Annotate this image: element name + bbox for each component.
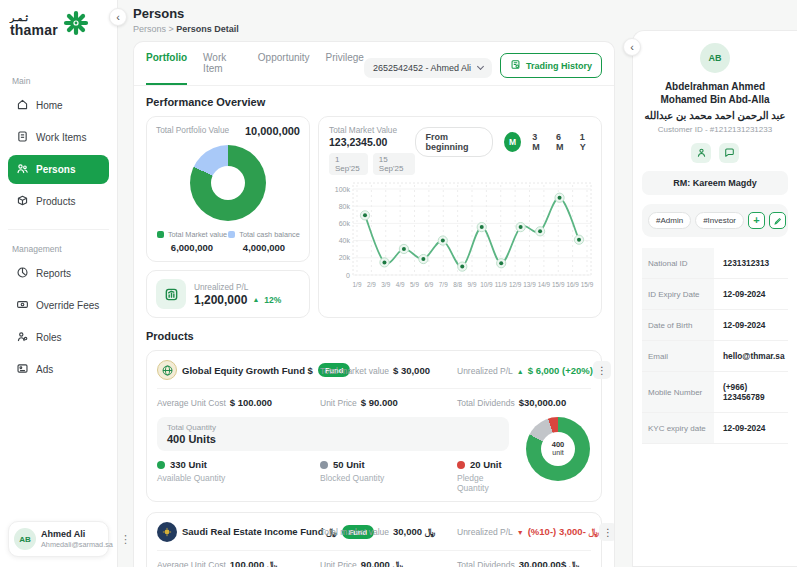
detail-value: hello@thmar.sa (714, 341, 788, 371)
sidebar-item-work-items[interactable]: Work Items (8, 123, 109, 152)
account-select[interactable]: 2652542452 - Ahmed Ali (364, 58, 492, 78)
svg-text:40k: 40k (339, 237, 351, 244)
avg-cost-value: ﷼ 100.000 (230, 559, 278, 567)
range-3m[interactable]: 3 M (532, 132, 545, 152)
product-name: Saudi Real Estate Income Fund ﷼ (182, 526, 337, 538)
content-card: Portfolio Work Item Opportunity Privileg… (133, 41, 615, 567)
donut-center-label: 400 unit (541, 432, 575, 466)
divider (157, 550, 591, 551)
pl-label: Unrealized P/L (457, 366, 513, 376)
person-detail-panel: AB Abdelrahman Ahmed Mohamed Bin Abd-All… (632, 0, 797, 567)
detail-row-national-id: National ID 1231312313 (642, 248, 788, 279)
sidebar-item-label: Reports (36, 268, 71, 279)
sidebar-item-label: Override Fees (36, 300, 99, 311)
market-value-label: Total Market Value (329, 125, 415, 135)
product-card-global-equity: Global Equity Growth Fund $ Fund Total m… (146, 350, 602, 502)
legend-value: 4,000,000 (228, 242, 300, 253)
tab-opportunity[interactable]: Opportunity (258, 52, 310, 85)
product-menu-button[interactable]: ⋮ (599, 523, 614, 541)
panel-collapse-button[interactable]: ‹ (623, 38, 641, 56)
sidebar-item-label: Ads (36, 364, 53, 375)
svg-text:2/9: 2/9 (367, 281, 376, 288)
reports-icon (16, 266, 29, 281)
svg-text:14/9: 14/9 (538, 281, 551, 288)
tag-admin[interactable]: #Admin (648, 212, 691, 229)
add-tag-button[interactable]: + (748, 212, 765, 229)
legend-item: 50 UnitBlocked Quantity (320, 459, 457, 493)
sidebar-item-label: Products (36, 196, 75, 207)
svg-text:0: 0 (346, 272, 350, 279)
range-from-beginning[interactable]: From beginning (415, 127, 493, 157)
detail-label: National ID (642, 248, 714, 278)
content-scroll-area[interactable]: Performance Overview Total Portfolio Val… (134, 86, 614, 567)
sidebar-section-main-label: Main (12, 76, 105, 86)
legend-label: Total Market value (168, 230, 227, 239)
svg-text:8/8: 8/8 (453, 281, 462, 288)
relationship-manager: RM: Kareem Magdy (642, 171, 788, 195)
home-icon (16, 98, 29, 113)
detail-value: 12-09-2024 (714, 413, 788, 443)
market-value-label: Total market value (320, 366, 389, 376)
svg-text:4/9: 4/9 (396, 281, 405, 288)
products-icon (16, 194, 29, 209)
svg-text:3/9: 3/9 (381, 281, 390, 288)
svg-text:16/9: 16/9 (566, 281, 579, 288)
person-icon (696, 144, 707, 162)
sidebar-item-persons[interactable]: Persons (8, 155, 109, 184)
sidebar-item-products[interactable]: Products (8, 187, 109, 216)
legend-item: 330 UnitAvailable Quantity (157, 459, 320, 493)
tag-investor[interactable]: #Investor (695, 212, 744, 229)
trading-history-label: Trading History (526, 61, 592, 71)
range-6m[interactable]: 6 M (556, 132, 569, 152)
unit-price-value: $ 90.000 (361, 397, 398, 408)
sidebar-user-card[interactable]: AB Ahmed Ali Ahmedali@sarmad.sa ⋮ (8, 521, 109, 557)
product-menu-button[interactable]: ⋮ (593, 361, 611, 379)
range-1y[interactable]: 1 Y (580, 132, 591, 152)
unit-price-value: ﷼ 90.000 (361, 559, 403, 567)
user-menu-dots-icon[interactable]: ⋮ (118, 533, 133, 546)
breadcrumb: Persons > Persons Detail (133, 24, 615, 34)
blocked-dot (320, 461, 328, 469)
edit-icon (773, 212, 782, 230)
tab-work-item[interactable]: Work Item (203, 52, 242, 85)
person-profile-button[interactable] (691, 143, 711, 163)
chat-button[interactable] (719, 143, 739, 163)
sidebar-item-roles[interactable]: Roles (8, 323, 109, 352)
avg-cost-value: $ 100.000 (230, 397, 272, 408)
detail-value: 1231312313 (714, 248, 788, 278)
breadcrumb-current: Persons Detail (176, 24, 239, 34)
sidebar-item-home[interactable]: Home (8, 91, 109, 120)
detail-row-mobile: Mobile Number (+966) 123456789 (642, 372, 788, 413)
chat-icon (724, 144, 735, 162)
breadcrumb-root[interactable]: Persons (133, 24, 166, 34)
sidebar-collapse-button[interactable]: ‹ (109, 8, 127, 26)
sidebar-item-reports[interactable]: Reports (8, 259, 109, 288)
pledge-dot (457, 461, 465, 469)
svg-text:11/9: 11/9 (495, 281, 507, 288)
override-fees-icon (16, 298, 29, 313)
person-name: Abdelrahman Ahmed Mohamed Bin Abd-Alla (642, 80, 788, 106)
quantity-value: 50 Unit (333, 459, 365, 470)
tab-privilege[interactable]: Privilege (326, 52, 364, 85)
date-to-chip: 15 Sep'25 (373, 153, 416, 175)
quantity-donut-chart: 400 unit (526, 417, 590, 481)
sidebar-item-override-fees[interactable]: Override Fees (8, 291, 109, 320)
toolbar: Portfolio Work Item Opportunity Privileg… (134, 42, 614, 86)
tab-portfolio[interactable]: Portfolio (146, 52, 187, 85)
range-month-active[interactable]: M (504, 132, 521, 152)
unrealized-pl-card: Unrealized P/L 1,200,000 ▲ 12% (146, 270, 310, 318)
work-items-icon (16, 130, 29, 145)
detail-row-id-expiry: ID Expiry Date 12-09-2024 (642, 279, 788, 310)
sidebar-divider (8, 229, 109, 230)
svg-text:6/9: 6/9 (424, 281, 433, 288)
trading-history-button[interactable]: Trading History (500, 53, 602, 78)
edit-tags-button[interactable] (769, 212, 786, 229)
unit-price-label: Unit Price (320, 560, 357, 567)
unit-price-label: Unit Price (320, 398, 357, 408)
brand-name-text: thamar (10, 23, 58, 37)
market-value-chart-card: Total Market Value 123,2345.00 1 Sep'25 … (318, 116, 602, 318)
market-value-line-chart: 020k40k60k80k100k1/92/93/94/95/96/97/98/… (329, 177, 595, 299)
svg-text:10/9: 10/9 (480, 281, 493, 288)
sidebar-item-ads[interactable]: Ads (8, 355, 109, 384)
products-heading: Products (146, 330, 602, 342)
